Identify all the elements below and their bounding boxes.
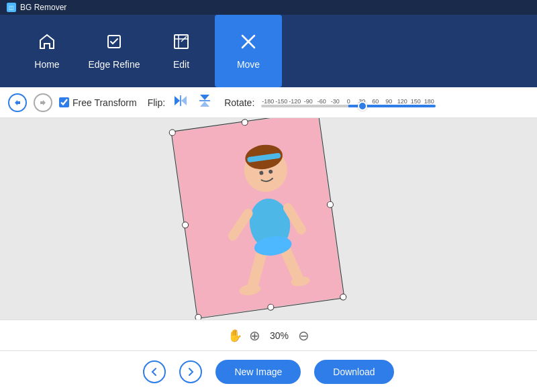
edge-refine-icon	[105, 32, 124, 54]
svg-marker-2	[175, 96, 180, 105]
handle-middle-right[interactable]	[326, 201, 334, 208]
nav-home-label: Home	[34, 59, 59, 70]
svg-line-12	[230, 213, 251, 236]
free-transform-checkbox[interactable]	[59, 97, 69, 107]
handle-bottom-right[interactable]	[340, 293, 347, 301]
home-icon	[38, 32, 56, 54]
image-box	[172, 118, 344, 318]
zoom-controls: ✋ ⊕ 30% ⊖	[0, 320, 537, 350]
nav-edit[interactable]: Edit	[148, 15, 215, 87]
hand-tool-icon[interactable]: ✋	[228, 328, 242, 343]
nav-move[interactable]: Move	[215, 15, 282, 87]
flip-label: Flip:	[148, 97, 165, 108]
redo-button[interactable]	[34, 93, 52, 112]
free-transform-label[interactable]: Free Transform	[72, 97, 137, 108]
zoom-level: 30%	[267, 330, 291, 341]
canvas-area	[0, 118, 537, 320]
toolbar: Free Transform Flip: Rotate:	[0, 87, 537, 118]
flip-horizontal-button[interactable]	[172, 92, 189, 113]
navbar: Home Edge Refine Edit	[0, 15, 537, 87]
svg-marker-5	[200, 95, 209, 100]
move-icon	[239, 32, 258, 54]
nav-edit-label: Edit	[173, 59, 189, 70]
nav-move-label: Move	[237, 59, 260, 70]
image-container[interactable]	[172, 118, 344, 318]
handle-bottom-middle[interactable]	[267, 303, 275, 311]
next-button[interactable]	[179, 360, 202, 383]
footer: New Image Download	[0, 350, 537, 392]
rotate-label: Rotate:	[224, 97, 254, 108]
zoom-out-icon[interactable]: ⊖	[298, 328, 309, 344]
flip-vertical-button[interactable]	[196, 92, 213, 113]
download-button[interactable]: Download	[314, 360, 393, 384]
free-transform-control: Free Transform	[59, 97, 137, 108]
nav-edge-refine-label: Edge Refine	[88, 59, 140, 70]
app-icon: ◫	[7, 3, 16, 12]
edit-icon	[172, 32, 191, 54]
zoom-in-icon[interactable]: ⊕	[249, 328, 260, 344]
svg-marker-4	[181, 96, 187, 105]
svg-marker-7	[200, 101, 209, 107]
prev-button[interactable]	[143, 360, 166, 383]
new-image-button[interactable]: New Image	[215, 360, 301, 384]
undo-button[interactable]	[8, 93, 27, 112]
app-title: BG Remover	[20, 3, 66, 12]
rotate-slider[interactable]	[261, 105, 436, 107]
nav-edge-refine[interactable]: Edge Refine	[81, 15, 148, 87]
title-bar: ◫ BG Remover	[0, 0, 537, 15]
child-svg	[173, 118, 345, 319]
nav-home[interactable]: Home	[13, 15, 81, 87]
